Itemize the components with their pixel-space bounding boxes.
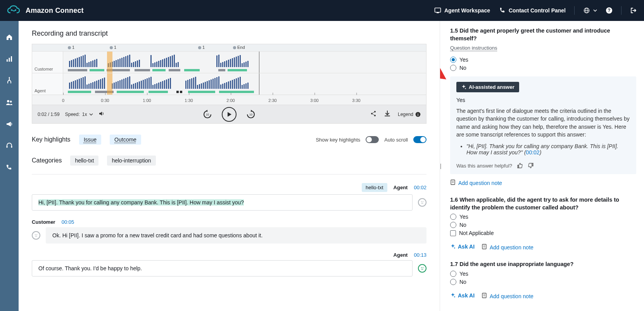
radio-icon	[450, 222, 456, 228]
customer-track[interactable]	[63, 52, 426, 73]
checkbox-icon	[450, 230, 456, 236]
nav-phone[interactable]	[5, 163, 14, 172]
note-icon	[482, 244, 487, 251]
nav-analytics[interactable]	[5, 54, 14, 64]
timeline-marker[interactable]: 1	[68, 45, 74, 50]
logout-button[interactable]	[630, 7, 637, 14]
svg-rect-3	[437, 12, 439, 13]
brand-wrap[interactable]: Amazon Connect	[7, 5, 84, 16]
timeline-marker[interactable]: 1	[198, 45, 205, 50]
svg-rect-11	[11, 56, 12, 62]
utterance-category: hello-txt	[362, 183, 387, 192]
thumbs-down-button[interactable]	[528, 162, 534, 169]
option-yes[interactable]: Yes	[450, 271, 636, 277]
question-title: 1.7 Did the agent use inappropriate lang…	[450, 261, 636, 268]
nav-agent[interactable]	[5, 141, 14, 150]
option-na[interactable]: Not Applicable	[450, 230, 636, 236]
svg-text:10: 10	[206, 113, 209, 116]
playhead[interactable]	[107, 52, 112, 73]
ccp-label: Contact Control Panel	[509, 7, 566, 14]
nav-users[interactable]	[5, 98, 14, 107]
option-yes[interactable]: Yes	[450, 214, 636, 220]
option-no[interactable]: No	[450, 279, 636, 285]
caret-down-icon	[593, 7, 597, 14]
ask-ai-button[interactable]: Ask AI	[450, 244, 475, 250]
timestamp-link[interactable]: 00:05	[62, 219, 74, 225]
svg-rect-2	[435, 8, 440, 12]
agent-track[interactable]	[63, 73, 426, 95]
agent-workspace-link[interactable]: Agent Workspace	[434, 7, 490, 14]
svg-text:i: i	[418, 112, 419, 116]
connect-logo-icon	[7, 5, 21, 16]
share-button[interactable]	[370, 110, 377, 118]
option-no[interactable]: No	[450, 222, 636, 228]
speed-selector[interactable]: Speed: 1x	[65, 112, 93, 117]
show-kh-toggle[interactable]	[366, 136, 379, 143]
help-button[interactable]: ?	[606, 7, 613, 14]
svg-point-30	[36, 234, 37, 235]
svg-point-32	[421, 267, 422, 268]
question-1-5: 1.5 Did the agent properly greet the cus…	[450, 27, 636, 186]
svg-text:10: 10	[249, 113, 252, 116]
evaluation-panel: ‖ 1.5 Did the agent properly greet the c…	[440, 21, 644, 311]
mute-button[interactable]	[98, 111, 105, 118]
language-menu[interactable]	[583, 7, 597, 14]
question-instructions-link[interactable]: Question instructions	[450, 45, 497, 51]
play-button[interactable]	[222, 107, 237, 122]
recording-title: Recording and transcript	[32, 29, 426, 38]
chip-issue[interactable]: Issue	[79, 135, 101, 145]
top-header: Amazon Connect Agent Workspace Contact C…	[0, 0, 644, 21]
svg-point-26	[421, 201, 422, 202]
speaker-label: Agent	[394, 185, 408, 190]
note-icon	[450, 180, 456, 186]
time-readout: 0:02 / 1:59	[38, 112, 60, 117]
radio-icon	[450, 214, 456, 220]
forward-10-button[interactable]: 10	[245, 109, 257, 120]
lane-customer-label: Customer	[32, 52, 63, 73]
lane-agent-label: Agent	[32, 73, 63, 95]
question-title: 1.6 When applicable, did the agent try t…	[450, 196, 636, 211]
svg-rect-15	[7, 146, 8, 148]
add-note-link[interactable]: Add question note	[482, 244, 534, 251]
rewind-10-button[interactable]: 10	[202, 109, 213, 120]
svg-point-38	[454, 248, 455, 249]
ccp-link[interactable]: Contact Control Panel	[499, 7, 566, 14]
speaker-label: Customer	[32, 219, 55, 225]
panel-resize-handle[interactable]: ‖	[440, 160, 443, 172]
svg-rect-43	[482, 293, 486, 298]
timestamp-link[interactable]: 00:13	[414, 252, 426, 258]
chip-outcome[interactable]: Outcome	[110, 135, 141, 145]
add-note-link[interactable]: Add question note	[482, 293, 534, 299]
svg-text:?: ?	[608, 8, 610, 13]
timestamp-link[interactable]: 00:02	[414, 185, 426, 190]
radio-icon	[450, 279, 456, 285]
svg-rect-10	[9, 58, 10, 62]
question-title: 1.5 Did the agent properly greet the cus…	[450, 27, 636, 42]
globe-icon	[583, 7, 590, 14]
svg-rect-39	[482, 244, 486, 249]
auto-scroll-toggle[interactable]	[413, 136, 426, 143]
playhead[interactable]	[107, 73, 112, 95]
end-line	[259, 73, 259, 95]
option-yes[interactable]: Yes	[450, 57, 636, 63]
radio-icon	[450, 57, 456, 63]
nav-home[interactable]	[5, 33, 14, 42]
audio-timeline[interactable]: 1 1 1 End Customer	[32, 44, 426, 105]
recording-panel: Recording and transcript 1 1 1 End Custo…	[19, 21, 440, 311]
transcript-bubble: Of course. Thank you. I'd be happy to he…	[32, 260, 413, 276]
ask-ai-button[interactable]: Ask AI	[450, 292, 475, 299]
svg-line-23	[372, 114, 374, 115]
ai-answer-box: AI-assisted answer Yes The agent's first…	[450, 76, 636, 174]
timeline-marker[interactable]: 1	[110, 45, 116, 50]
question-1-6: 1.6 When applicable, did the agent try t…	[450, 196, 636, 251]
legend-button[interactable]: Legend i	[398, 112, 421, 117]
svg-rect-35	[451, 180, 455, 185]
thumbs-up-button[interactable]	[517, 162, 523, 169]
option-no[interactable]: No	[450, 65, 636, 71]
ai-quote-timestamp[interactable]: 00:02	[526, 149, 540, 156]
nav-campaigns[interactable]	[5, 119, 14, 129]
add-note-link[interactable]: Add question note	[450, 180, 502, 186]
nav-routing[interactable]	[5, 76, 14, 85]
ai-quote: "Hi, [PII]. Thank you for calling any co…	[466, 143, 630, 156]
download-button[interactable]	[384, 110, 391, 118]
